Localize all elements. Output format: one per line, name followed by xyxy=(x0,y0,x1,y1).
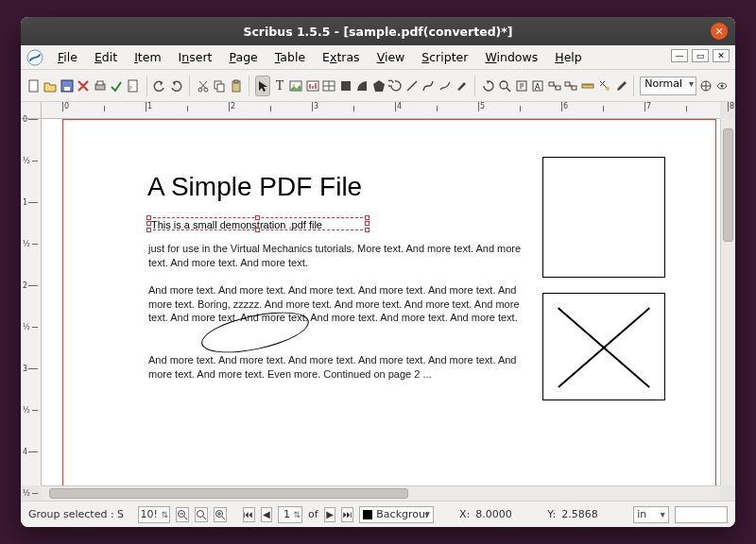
close-doc-button[interactable] xyxy=(77,76,92,96)
next-page-button[interactable]: ▶ xyxy=(324,507,336,522)
svg-point-30 xyxy=(721,84,724,87)
unit-select[interactable]: in xyxy=(633,506,669,523)
menu-extras[interactable]: Extras xyxy=(316,47,367,67)
render-frame-tool[interactable] xyxy=(305,76,320,96)
svg-rect-1 xyxy=(29,80,38,92)
menu-item[interactable]: Item xyxy=(128,47,167,67)
freehand-tool[interactable] xyxy=(438,76,453,96)
svg-point-28 xyxy=(606,87,610,91)
shape-tool[interactable] xyxy=(338,76,353,96)
menu-edit[interactable]: Edit xyxy=(88,47,124,67)
save-button[interactable] xyxy=(60,76,75,96)
zoom-in-button[interactable] xyxy=(214,507,227,522)
cut-button[interactable] xyxy=(196,76,211,96)
status-empty-field[interactable] xyxy=(675,506,728,523)
toggle-cms-button[interactable] xyxy=(698,76,713,96)
calligraphy-tool[interactable] xyxy=(455,76,470,96)
page-of-label: of xyxy=(308,508,318,520)
svg-rect-23 xyxy=(549,82,554,86)
menu-help[interactable]: Help xyxy=(548,47,589,67)
bezier-tool[interactable] xyxy=(421,76,437,96)
copy-button[interactable] xyxy=(212,76,227,96)
svg-rect-24 xyxy=(556,86,560,90)
svg-text:A: A xyxy=(535,83,541,92)
export-pdf-button[interactable]: P xyxy=(126,76,141,96)
text-frame-tool[interactable]: T xyxy=(272,76,287,96)
arc-tool[interactable] xyxy=(355,76,370,96)
redo-button[interactable] xyxy=(169,76,184,96)
horizontal-ruler[interactable]: 012345678 xyxy=(42,102,720,119)
open-button[interactable] xyxy=(43,76,59,96)
vertical-scroll-thumb[interactable] xyxy=(723,128,733,242)
preview-button[interactable] xyxy=(715,76,730,96)
image-frame-placeholder[interactable] xyxy=(542,293,665,400)
copy-props-tool[interactable] xyxy=(596,76,611,96)
new-doc-button[interactable] xyxy=(26,76,42,96)
zoom-tool[interactable] xyxy=(497,76,512,96)
svg-point-15 xyxy=(293,83,295,85)
body-paragraph-3[interactable]: And more text. And more text. And more t… xyxy=(148,353,526,381)
mdi-minimize-button[interactable]: — xyxy=(671,49,688,62)
svg-text:P: P xyxy=(129,85,132,91)
zoom-reset-button[interactable] xyxy=(195,507,208,522)
workspace: 012345678 0½1½2½3½4½ A Simple PDF File T… xyxy=(21,102,735,501)
unlink-frames-tool[interactable] xyxy=(563,76,578,96)
menu-view[interactable]: View xyxy=(370,47,412,67)
menu-page[interactable]: Page xyxy=(222,47,264,67)
vertical-scrollbar[interactable] xyxy=(720,119,735,485)
page-canvas[interactable]: A Simple PDF File This is a small demons… xyxy=(42,119,720,485)
svg-rect-13 xyxy=(234,80,238,83)
line-tool[interactable] xyxy=(404,76,420,96)
coord-y-label: Y: xyxy=(547,508,556,520)
paste-button[interactable] xyxy=(229,76,244,96)
horizontal-scrollbar[interactable] xyxy=(42,485,720,501)
toolbar: P T A Normal xyxy=(21,70,735,102)
unit-label: in xyxy=(637,508,646,520)
svg-rect-3 xyxy=(64,87,70,91)
story-editor-tool[interactable]: A xyxy=(530,76,545,96)
selected-text-frame[interactable]: This is a small demonstration .pdf file xyxy=(148,217,368,230)
coord-x-value: 8.0000 xyxy=(475,508,541,520)
menu-windows[interactable]: Windows xyxy=(478,47,544,67)
eyedropper-tool[interactable] xyxy=(613,76,628,96)
window-title: Scribus 1.5.5 - [sample.pdf(converted)*] xyxy=(243,25,512,39)
selected-text-content: This is a small demonstration .pdf file xyxy=(151,219,322,230)
menu-insert[interactable]: Insert xyxy=(172,47,219,67)
last-page-button[interactable]: ⏭ xyxy=(341,507,353,522)
select-tool[interactable] xyxy=(255,76,270,96)
horizontal-scroll-thumb[interactable] xyxy=(49,488,408,499)
undo-button[interactable] xyxy=(152,76,167,96)
page-number-input[interactable]: 1 xyxy=(278,506,302,523)
menubar: FFileile Edit Item Insert Page Table Ext… xyxy=(21,45,735,70)
svg-rect-18 xyxy=(341,81,351,91)
empty-image-frame[interactable] xyxy=(542,157,665,278)
preview-mode-select[interactable]: Normal xyxy=(640,76,696,95)
mdi-restore-button[interactable]: ▭ xyxy=(692,49,709,62)
selection-status: Group selected : S xyxy=(28,508,132,520)
table-tool[interactable] xyxy=(322,76,337,96)
window-close-button[interactable]: ✕ xyxy=(711,23,728,40)
image-frame-tool[interactable] xyxy=(289,76,304,96)
preflight-button[interactable] xyxy=(110,76,125,96)
menu-file[interactable]: FFileile xyxy=(51,47,84,67)
zoom-out-button[interactable] xyxy=(176,507,189,522)
zoom-input[interactable]: 10! xyxy=(138,506,170,523)
link-frames-tool[interactable] xyxy=(547,76,562,96)
prev-page-button[interactable]: ◀ xyxy=(261,507,273,522)
polygon-tool[interactable] xyxy=(371,76,387,96)
measure-tool[interactable] xyxy=(580,76,595,96)
body-paragraph-1[interactable]: just for use in the Virtual Mechanics tu… xyxy=(148,242,526,269)
menu-table[interactable]: Table xyxy=(268,47,312,67)
first-page-button[interactable]: ⏮ xyxy=(243,507,255,522)
body-paragraph-2[interactable]: And more text. And more text. And more t… xyxy=(148,283,526,325)
menu-scripter[interactable]: Scripter xyxy=(415,47,474,67)
document-heading[interactable]: A Simple PDF File xyxy=(147,172,362,202)
spiral-tool[interactable] xyxy=(388,76,404,96)
vertical-ruler[interactable]: 0½1½2½3½4½ xyxy=(21,119,42,485)
layer-select[interactable]: Backgrour xyxy=(359,506,433,523)
rotate-tool[interactable] xyxy=(481,76,496,96)
mdi-close-button[interactable]: ✕ xyxy=(713,49,730,62)
preview-mode-label: Normal xyxy=(644,77,682,90)
edit-contents-tool[interactable] xyxy=(514,76,529,96)
print-button[interactable] xyxy=(93,76,108,96)
